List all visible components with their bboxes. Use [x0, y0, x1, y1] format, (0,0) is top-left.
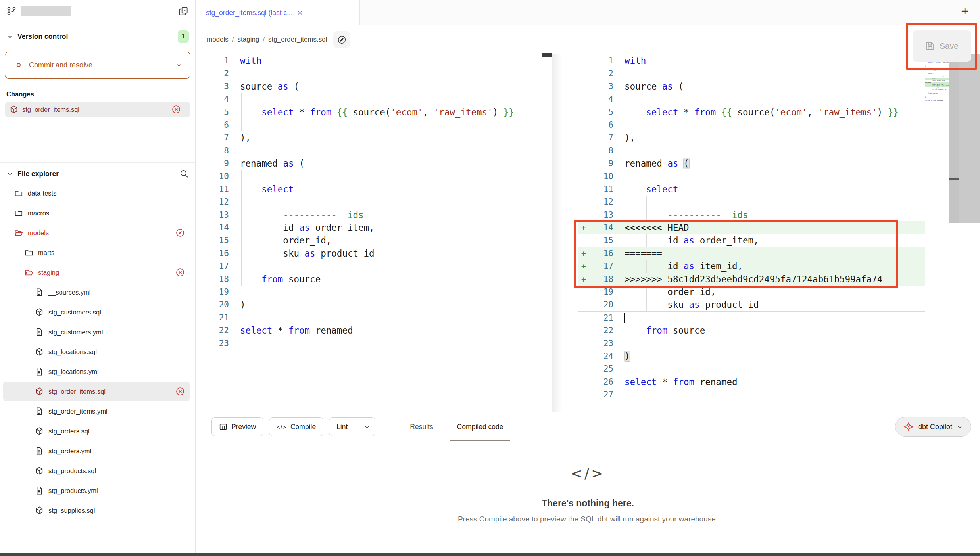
- code-line-13[interactable]: 13 ---------- ids: [578, 209, 925, 221]
- conflict-x-icon[interactable]: [175, 387, 185, 396]
- code-line-18[interactable]: +18>>>>>>> 58c1dd23d5eebd9cd2495fa7124ab…: [578, 273, 925, 286]
- file-tree-item-stg-products-yml[interactable]: stg_products.yml: [0, 481, 190, 500]
- save-button[interactable]: Save: [913, 30, 971, 62]
- minimap-slider[interactable]: [949, 54, 959, 223]
- code-line-6[interactable]: 6: [196, 119, 552, 131]
- code-line-17[interactable]: 17: [196, 260, 552, 272]
- code-line-3[interactable]: 3source as (: [578, 80, 925, 93]
- code-line-18[interactable]: 18 from source: [196, 273, 552, 286]
- file-tree-item-data-tests[interactable]: data-tests: [0, 183, 190, 203]
- file-tree-item-marts[interactable]: marts: [0, 243, 190, 263]
- file-tree-item-staging[interactable]: staging: [0, 263, 190, 282]
- file-tree-item-stg-locations-yml[interactable]: stg_locations.yml: [0, 362, 190, 382]
- conflict-x-icon[interactable]: [171, 105, 181, 114]
- code-line-17[interactable]: +17 id as item_id,: [578, 260, 925, 272]
- code-line-19[interactable]: 19 order_id,: [578, 286, 925, 298]
- file-tree-item-stg-order-items-yml[interactable]: stg_order_items.yml: [0, 401, 190, 421]
- file-tree-item-stg-customers-sql[interactable]: stg_customers.sql: [0, 302, 190, 322]
- file-tree-item-stg-orders-sql[interactable]: stg_orders.sql: [0, 421, 190, 441]
- file-tree-item-stg-products-sql[interactable]: stg_products.sql: [0, 461, 190, 481]
- branch-name-redacted[interactable]: [21, 6, 71, 16]
- lint-button[interactable]: Lint: [329, 417, 375, 436]
- panel-tab-compiled-code[interactable]: Compiled code: [445, 412, 515, 442]
- editor-pane-left[interactable]: 1with23source as (45 select * from {{ so…: [196, 54, 552, 412]
- code-line-14[interactable]: 14 id as order_item,: [196, 221, 552, 234]
- code-line-19[interactable]: 19: [196, 286, 552, 298]
- file-tree-item-stg-supplies-sql[interactable]: stg_supplies.sql: [0, 500, 190, 520]
- lint-options-caret[interactable]: [359, 418, 375, 436]
- code-line-21[interactable]: 21: [578, 311, 925, 324]
- code-line-27[interactable]: 27: [578, 388, 925, 401]
- code-line-11[interactable]: 11 select: [196, 183, 552, 196]
- code-line-24[interactable]: 24): [578, 350, 925, 362]
- file-tree-item-stg-order-items-sql[interactable]: stg_order_items.sql: [3, 382, 190, 401]
- code-line-4[interactable]: 4: [578, 93, 925, 105]
- version-control-header[interactable]: Version control 1: [0, 27, 195, 46]
- code-line-1[interactable]: 1with: [578, 54, 925, 67]
- tab-stg-order-items[interactable]: stg_order_items.sql (last c...: [196, 0, 360, 25]
- editor-scrollbar[interactable]: [959, 54, 980, 223]
- code-line-22[interactable]: 22 from source: [578, 324, 925, 337]
- code-line-5[interactable]: 5 select * from {{ source('ecom', 'raw_i…: [578, 106, 925, 119]
- code-line-16[interactable]: 16 sku as product_id: [196, 247, 552, 260]
- code-line-14[interactable]: +14<<<<<<< HEAD: [578, 221, 925, 234]
- code-line-5[interactable]: 5 select * from {{ source('ecom', 'raw_i…: [196, 106, 552, 119]
- file-tree-item-stg-orders-yml[interactable]: stg_orders.yml: [0, 441, 190, 461]
- conflict-x-icon[interactable]: [175, 228, 185, 238]
- code-line-8[interactable]: 8: [196, 144, 552, 157]
- conflict-x-icon[interactable]: [175, 268, 185, 277]
- code-line-12[interactable]: 12: [196, 196, 552, 208]
- lint-label[interactable]: Lint: [329, 418, 355, 436]
- code-line-13[interactable]: 13 ---------- ids: [196, 209, 552, 221]
- code-line-7[interactable]: 7),: [578, 131, 925, 144]
- compile-button[interactable]: </> Compile: [269, 417, 323, 436]
- code-line-8[interactable]: 8: [578, 144, 925, 157]
- code-line-15[interactable]: 15 id as order_item,: [578, 234, 925, 247]
- search-icon[interactable]: [179, 169, 189, 178]
- preview-button[interactable]: Preview: [211, 417, 263, 436]
- breadcrumb-segment[interactable]: staging: [238, 36, 259, 43]
- code-line-4[interactable]: 4: [196, 93, 552, 105]
- file-tree-item-stg-locations-sql[interactable]: stg_locations.sql: [0, 342, 190, 362]
- minimap[interactable]: withsource as ( select * from {{ source(…: [925, 54, 949, 165]
- new-tab-plus-icon[interactable]: +: [958, 2, 972, 19]
- code-line-2[interactable]: 2: [578, 67, 925, 80]
- code-line-11[interactable]: 11 select: [578, 183, 925, 196]
- commit-and-resolve-button[interactable]: Commit and resolve: [5, 52, 190, 79]
- breadcrumb-segment[interactable]: stg_order_items.sql: [268, 36, 327, 43]
- file-explorer-header[interactable]: File explorer: [0, 164, 195, 183]
- commit-options-caret[interactable]: [167, 52, 190, 78]
- code-line-9[interactable]: 9renamed as (: [196, 157, 552, 170]
- code-line-20[interactable]: 20 sku as product_id: [578, 298, 925, 311]
- code-line-2[interactable]: 2: [196, 67, 552, 80]
- code-line-7[interactable]: 7),: [196, 131, 552, 144]
- code-line-3[interactable]: 3source as (: [196, 80, 552, 93]
- copy-icon[interactable]: [179, 6, 189, 16]
- close-icon[interactable]: [297, 10, 303, 16]
- code-line-25[interactable]: 25: [578, 362, 925, 375]
- code-line-23[interactable]: 23: [578, 337, 925, 350]
- code-line-12[interactable]: 12: [578, 196, 925, 208]
- breadcrumb-segment[interactable]: models: [207, 36, 229, 43]
- code-line-26[interactable]: 26select * from renamed: [578, 376, 925, 388]
- code-line-21[interactable]: 21: [196, 311, 552, 324]
- code-line-6[interactable]: 6: [578, 119, 925, 131]
- changed-file-item[interactable]: stg_order_items.sql: [5, 102, 190, 117]
- panel-tab-results[interactable]: Results: [398, 412, 445, 442]
- code-line-9[interactable]: 9renamed as (: [578, 157, 925, 170]
- code-line-23[interactable]: 23: [196, 337, 552, 350]
- code-line-20[interactable]: 20): [196, 298, 552, 311]
- code-line-1[interactable]: 1with: [196, 54, 552, 67]
- file-tree-item-macros[interactable]: macros: [0, 203, 190, 223]
- file-tree-item-models[interactable]: models: [0, 223, 190, 243]
- editor-pane-right[interactable]: 1with23source as (45 select * from {{ so…: [578, 54, 925, 412]
- file-tree-item-stg-customers-yml[interactable]: stg_customers.yml: [0, 322, 190, 342]
- dbt-copilot-button[interactable]: dbt Copilot: [895, 417, 971, 437]
- code-line-16[interactable]: +16=======: [578, 247, 925, 260]
- lineage-compass-icon[interactable]: [333, 31, 350, 48]
- code-line-10[interactable]: 10: [578, 170, 925, 183]
- code-line-15[interactable]: 15 order_id,: [196, 234, 552, 247]
- code-line-22[interactable]: 22select * from renamed: [196, 324, 552, 337]
- file-tree-item--sources-yml[interactable]: __sources.yml: [0, 282, 190, 302]
- code-line-10[interactable]: 10: [196, 170, 552, 183]
